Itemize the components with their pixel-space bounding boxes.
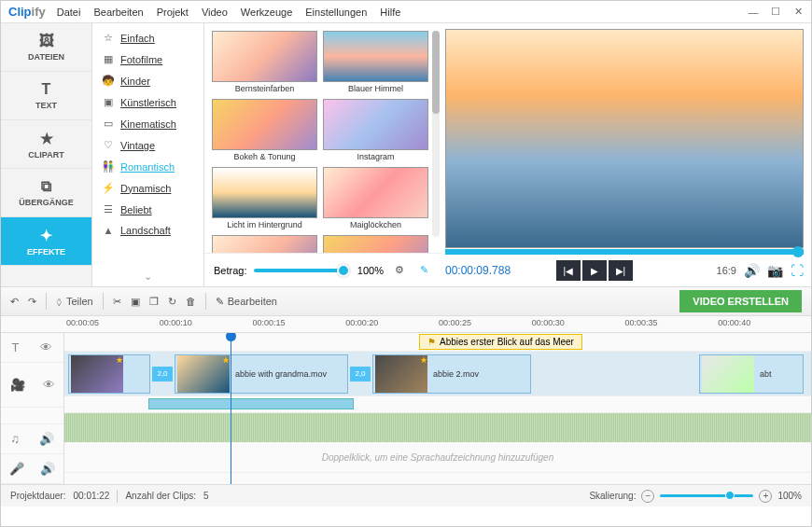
- split-button[interactable]: ⎀ Teilen: [56, 296, 93, 307]
- zoom-in-button[interactable]: +: [759, 490, 772, 503]
- speaker-icon[interactable]: 🔊: [39, 432, 54, 446]
- star-icon: ★: [420, 355, 427, 365]
- category-romantisch[interactable]: 👫Romantisch: [92, 156, 203, 177]
- zoom-value: 100%: [777, 491, 802, 501]
- category-dynamisch[interactable]: ⚡Dynamisch: [92, 177, 203, 199]
- playhead[interactable]: [231, 333, 231, 484]
- play-button[interactable]: ▶: [582, 260, 607, 281]
- eye-icon[interactable]: 👁: [40, 340, 52, 354]
- progress-bar[interactable]: [445, 249, 804, 255]
- effect-card[interactable]: Blauer Himmel: [323, 31, 428, 93]
- minimize-icon[interactable]: —: [748, 7, 759, 18]
- rotate-button[interactable]: ↻: [168, 296, 176, 308]
- clip[interactable]: abt: [699, 354, 804, 394]
- marker-chip[interactable]: ⚑Abbies erster Blick auf das Meer: [419, 334, 582, 350]
- clip[interactable]: ★: [68, 354, 150, 394]
- text-track-header[interactable]: T👁: [1, 333, 63, 363]
- menu-video[interactable]: Video: [202, 7, 228, 18]
- effect-card[interactable]: Bokeh & Tonung: [212, 99, 317, 161]
- chevron-down-icon[interactable]: ⌄: [144, 270, 152, 283]
- zoom-out-button[interactable]: −: [641, 490, 654, 503]
- time-ruler[interactable]: 00:00:05 00:00:10 00:00:15 00:00:20 00:0…: [1, 316, 811, 333]
- cut-button[interactable]: ✂: [113, 296, 121, 308]
- video-track[interactable]: ★ 2,0 ★abbie with grandma.mov 2,0 ★abbie…: [64, 352, 811, 396]
- category-beliebt[interactable]: ☰Beliebt: [92, 199, 203, 220]
- flag-icon: ⚑: [427, 337, 436, 347]
- menu-bearbeiten[interactable]: Bearbeiten: [93, 7, 143, 18]
- transition[interactable]: 2,0: [152, 367, 173, 381]
- category-einfach[interactable]: ☆Einfach: [92, 27, 203, 49]
- menu-projekt[interactable]: Projekt: [157, 7, 189, 18]
- category-kinematisch[interactable]: ▭Kinematisch: [92, 113, 203, 134]
- menu-einstellungen[interactable]: Einstellungen: [305, 7, 367, 18]
- slider-handle[interactable]: [337, 264, 350, 277]
- progress-handle[interactable]: [792, 246, 804, 257]
- effect-thumb[interactable]: [323, 235, 428, 253]
- effect-card[interactable]: Bernsteinfarben: [212, 31, 317, 93]
- audio-track-header[interactable]: ♫🔊: [1, 424, 63, 454]
- effect-card[interactable]: Instagram: [323, 99, 428, 161]
- fx-track[interactable]: [64, 396, 811, 413]
- effect-card[interactable]: Maiglöckchen: [323, 167, 428, 229]
- settings-icon[interactable]: ⚙: [391, 262, 408, 279]
- next-button[interactable]: ▶|: [609, 260, 633, 281]
- zoom-handle[interactable]: [725, 491, 735, 500]
- effect-thumb[interactable]: [212, 99, 317, 150]
- close-icon[interactable]: ✕: [792, 7, 804, 18]
- video-track-header[interactable]: 🎥👁: [1, 363, 63, 408]
- snapshot-icon[interactable]: 📷: [767, 263, 783, 278]
- audio-track[interactable]: [64, 413, 811, 443]
- marker-track[interactable]: ⚑Abbies erster Blick auf das Meer: [64, 333, 811, 352]
- video-preview[interactable]: [445, 29, 804, 248]
- sidebar-item-text[interactable]: TTEXT: [1, 72, 91, 120]
- fullscreen-icon[interactable]: ⛶: [791, 263, 804, 278]
- category-kuenstlerisch[interactable]: ▣Künstlerisch: [92, 91, 203, 113]
- effect-thumb[interactable]: [212, 235, 317, 253]
- voice-track-header[interactable]: 🎤🔊: [1, 454, 63, 484]
- redo-button[interactable]: ↷: [28, 296, 36, 308]
- sidebar-item-uebergaenge[interactable]: ⧉ÜBERGÄNGE: [1, 169, 91, 217]
- volume-icon[interactable]: 🔊: [744, 263, 760, 278]
- copy-button[interactable]: ❐: [149, 296, 159, 308]
- category-vintage[interactable]: ♡Vintage: [92, 134, 203, 156]
- prev-button[interactable]: |◀: [556, 260, 581, 281]
- category-kinder[interactable]: 🧒Kinder: [92, 70, 203, 91]
- scrollbar[interactable]: [432, 31, 440, 237]
- edit-button[interactable]: ✎ Bearbeiten: [216, 296, 277, 308]
- maximize-icon[interactable]: ☐: [770, 7, 781, 18]
- delete-button[interactable]: 🗑: [186, 296, 196, 307]
- speaker-icon[interactable]: 🔊: [40, 462, 55, 476]
- clip[interactable]: ★abbie with grandma.mov: [175, 354, 348, 394]
- brush-icon[interactable]: ✎: [415, 262, 432, 279]
- star-icon: ★: [40, 130, 53, 147]
- menu-datei[interactable]: Datei: [57, 7, 81, 18]
- sidebar-item-clipart[interactable]: ★CLIPART: [1, 120, 91, 169]
- fx-clip[interactable]: [148, 398, 354, 409]
- amount-slider[interactable]: [254, 269, 349, 272]
- effect-thumb[interactable]: [323, 31, 428, 82]
- undo-button[interactable]: ↶: [10, 296, 19, 308]
- category-fotofilme[interactable]: ▦Fotofilme: [92, 49, 203, 70]
- menu-hilfe[interactable]: Hilfe: [380, 7, 400, 18]
- scrollbar-thumb[interactable]: [432, 31, 440, 114]
- effect-card[interactable]: [323, 235, 428, 253]
- effect-thumb[interactable]: [323, 167, 428, 218]
- track-body[interactable]: ⚑Abbies erster Blick auf das Meer ★ 2,0 …: [64, 333, 811, 484]
- effect-card[interactable]: Licht im Hintergrund: [212, 167, 317, 229]
- clip[interactable]: ★abbie 2.mov: [372, 354, 531, 394]
- create-video-button[interactable]: VIDEO ERSTELLEN: [679, 290, 802, 312]
- effect-thumb[interactable]: [212, 31, 317, 82]
- zoom-slider[interactable]: [660, 494, 753, 497]
- crop-button[interactable]: ▣: [131, 296, 140, 308]
- sidebar-item-effekte[interactable]: ✦EFFEKTE: [1, 217, 91, 266]
- sidebar-item-dateien[interactable]: 🖼DATEIEN: [1, 23, 91, 72]
- voice-track[interactable]: Doppelklick, um eine Sprachaufzeichnung …: [64, 443, 811, 473]
- eye-icon[interactable]: 👁: [43, 378, 55, 392]
- effect-card[interactable]: [212, 235, 317, 253]
- category-landschaft[interactable]: ▲Landschaft: [92, 220, 203, 241]
- effect-thumb[interactable]: [323, 99, 428, 150]
- aspect-ratio[interactable]: 16:9: [717, 265, 736, 276]
- menu-werkzeuge[interactable]: Werkzeuge: [241, 7, 292, 18]
- transition[interactable]: 2,0: [350, 367, 371, 381]
- effect-thumb[interactable]: [212, 167, 317, 218]
